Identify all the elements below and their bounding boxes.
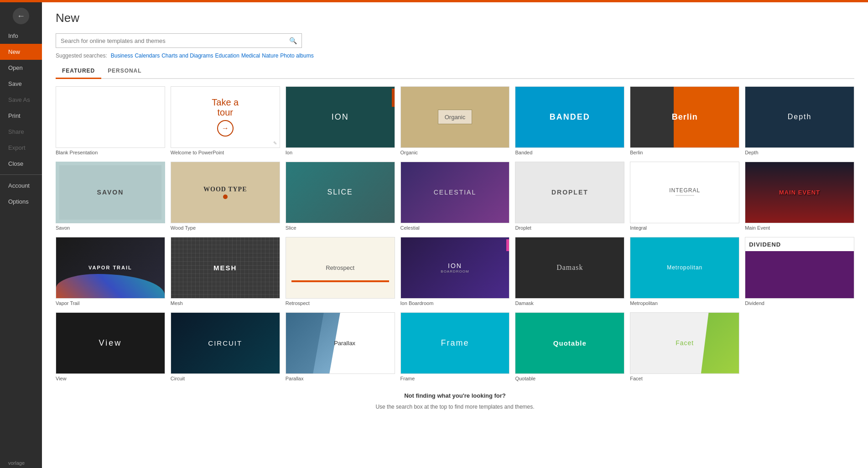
sidebar-item-export: Export <box>0 140 42 156</box>
template-dividend[interactable]: DIVIDEND Dividend <box>745 237 854 306</box>
search-button[interactable]: 🔍 <box>285 34 301 47</box>
template-circuit[interactable]: CIRCUIT Circuit <box>171 312 280 381</box>
template-vaportrail[interactable]: VAPOR TRAIL Vapor Trail <box>56 237 165 306</box>
search-bar: 🔍 <box>56 33 302 48</box>
sidebar-item-open[interactable]: Open <box>0 60 42 76</box>
template-berlin[interactable]: Berlin Berlin <box>630 86 739 155</box>
template-savon[interactable]: SAVON Savon <box>56 162 165 231</box>
suggested-medical[interactable]: Medical <box>241 53 260 59</box>
template-quotable[interactable]: Quotable Quotable <box>515 312 624 381</box>
template-parallax[interactable]: Parallax Parallax <box>286 312 395 381</box>
template-frame[interactable]: Frame Frame <box>400 312 510 381</box>
suggested-charts[interactable]: Charts and Diagrams <box>161 53 213 59</box>
top-accent-bar <box>0 0 868 2</box>
template-view[interactable]: View View <box>56 312 165 381</box>
template-mesh[interactable]: MESH Mesh <box>171 237 280 306</box>
tab-personal[interactable]: PERSONAL <box>101 65 148 79</box>
suggested-calendars[interactable]: Calendars <box>135 53 160 59</box>
tab-featured[interactable]: FEATURED <box>56 65 101 79</box>
template-organic[interactable]: Organic Organic <box>400 86 510 155</box>
sidebar-item-close[interactable]: Close <box>0 156 42 172</box>
template-integral[interactable]: INTEGRAL Integral <box>630 162 739 231</box>
template-droplet[interactable]: DROPLET Droplet <box>515 162 624 231</box>
bottom-message: Not finding what you're looking for? <box>56 392 854 399</box>
sidebar-footer: vorlage <box>0 456 42 468</box>
template-ion[interactable]: ION Ion <box>286 86 395 155</box>
back-button[interactable]: ← <box>13 8 29 24</box>
template-retrospect[interactable]: Retrospect Retrospect <box>286 237 395 306</box>
template-grid: Blank Presentation Take atour → ✎ Welcom… <box>56 86 854 381</box>
suggested-education[interactable]: Education <box>215 53 239 59</box>
search-input[interactable] <box>56 34 285 47</box>
template-ionboardroom[interactable]: ION BOARDROOM Ion Boardroom <box>400 237 510 306</box>
sidebar-item-save[interactable]: Save <box>0 76 42 92</box>
sidebar-item-print[interactable]: Print <box>0 108 42 124</box>
sidebar-item-share: Share <box>0 124 42 140</box>
suggested-label: Suggested searches: <box>56 53 107 59</box>
sidebar-item-account[interactable]: Account <box>0 178 42 194</box>
template-depth[interactable]: Depth Depth <box>745 86 854 155</box>
template-facet[interactable]: Facet Facet <box>630 312 739 381</box>
main-content: New 🔍 Suggested searches: Business Calen… <box>42 0 868 468</box>
suggested-searches: Suggested searches: Business Calendars C… <box>56 53 854 59</box>
sidebar-item-info[interactable]: Info <box>0 28 42 44</box>
template-blank[interactable]: Blank Presentation <box>56 86 165 155</box>
sidebar: ← Info New Open Save Save As Print Share… <box>0 2 42 468</box>
bottom-sub-message: Use the search box at the top to find mo… <box>56 404 854 410</box>
template-metropolitan[interactable]: Metropolitan Metropolitan <box>630 237 739 306</box>
suggested-nature[interactable]: Nature <box>262 53 278 59</box>
template-celestial[interactable]: CELESTIAL Celestial <box>400 162 510 231</box>
suggested-business[interactable]: Business <box>111 53 133 59</box>
template-tour[interactable]: Take atour → ✎ Welcome to PowerPoint <box>171 86 280 155</box>
template-mainevent[interactable]: MAIN EVENT Main Event <box>745 162 854 231</box>
suggested-photo[interactable]: Photo albums <box>280 53 313 59</box>
tabs-row: FEATURED PERSONAL <box>56 65 854 79</box>
template-slice[interactable]: SLICE Slice <box>286 162 395 231</box>
sidebar-item-options[interactable]: Options <box>0 194 42 210</box>
template-woodtype[interactable]: WOOD TYPE Wood Type <box>171 162 280 231</box>
page-title: New <box>56 11 854 25</box>
template-damask[interactable]: Damask Damask <box>515 237 624 306</box>
sidebar-item-saveas: Save As <box>0 92 42 108</box>
sidebar-item-new[interactable]: New <box>0 44 42 60</box>
template-banded[interactable]: BANDED Banded <box>515 86 624 155</box>
